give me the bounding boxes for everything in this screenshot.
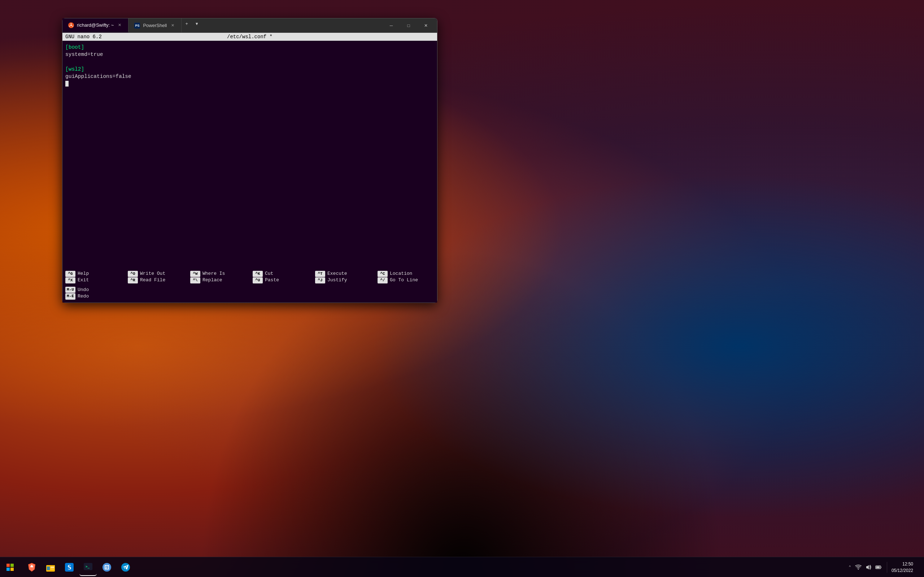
label-replace: Replace xyxy=(202,277,225,284)
location-goto-labels: Location Go To Line xyxy=(390,271,418,284)
tray-divider xyxy=(887,562,887,573)
systemd-text: systemd=true xyxy=(65,52,103,57)
cursor xyxy=(65,81,69,87)
key-ctrl-o: ^O xyxy=(128,271,138,277)
svg-point-2 xyxy=(71,23,71,24)
clock[interactable]: 12:50 05/12/2022 xyxy=(892,561,913,574)
tray-expand-button[interactable]: ^ xyxy=(848,564,851,570)
label-location: Location xyxy=(390,271,418,277)
line-gui: guiApplications=false xyxy=(65,73,434,80)
boot-header: [boot] xyxy=(65,44,84,50)
key-meta-u: M-U xyxy=(65,287,76,293)
label-read-file: Read File xyxy=(140,277,165,284)
taskbar-right: ^ xyxy=(848,560,924,574)
taskbar-terminal[interactable]: >_ xyxy=(79,559,97,576)
line-cursor xyxy=(65,80,434,87)
tab-ubuntu-label: richard@Swifty: ~ xyxy=(77,23,114,28)
taskbar-siyuan[interactable] xyxy=(98,559,115,576)
tab-dropdown-button[interactable]: ▾ xyxy=(192,18,202,29)
nano-header: GNU nano 6.2 /etc/wsl.conf * GNU nano 6.… xyxy=(63,33,437,41)
clock-time: 12:50 xyxy=(892,561,913,567)
taskbar: 𝕊 >_ xyxy=(0,557,924,577)
svg-text:>_: >_ xyxy=(86,565,89,568)
svg-point-1 xyxy=(70,24,72,26)
sound-tray-icon[interactable] xyxy=(864,563,872,571)
taskbar-telegram[interactable] xyxy=(117,559,134,576)
taskbar-explorer[interactable] xyxy=(42,559,59,576)
svg-point-21 xyxy=(858,568,859,569)
shortcut-cut-paste: ^K ^U Cut Paste xyxy=(250,269,312,285)
svg-text:𝕊: 𝕊 xyxy=(68,564,71,571)
tab-ubuntu[interactable]: richard@Swifty: ~ ✕ xyxy=(63,18,129,32)
label-exit: Exit xyxy=(78,277,89,284)
svg-rect-10 xyxy=(47,567,50,570)
minimize-button[interactable]: ─ xyxy=(383,18,399,33)
tab-powershell-label: PowerShell xyxy=(143,23,167,28)
key-ctrl-g: ^G xyxy=(65,271,76,277)
svg-rect-24 xyxy=(876,566,880,568)
nano-shortcuts: ^G ^X Help Exit ^O ^R Write Out Read Fil… xyxy=(63,268,437,303)
tab-ubuntu-close[interactable]: ✕ xyxy=(116,23,122,28)
start-button[interactable] xyxy=(0,557,20,577)
svg-rect-6 xyxy=(10,564,14,567)
maximize-button[interactable]: □ xyxy=(400,18,417,33)
terminal-window: richard@Swifty: ~ ✕ PS PowerShell ✕ + ▾ … xyxy=(62,18,438,303)
taskbar-store[interactable]: 𝕊 xyxy=(61,559,78,576)
powershell-icon: PS xyxy=(134,23,140,29)
label-execute: Execute xyxy=(327,271,347,277)
key-ctrl-c: ^C xyxy=(378,271,388,277)
key-ctrl-backslash: ^\ xyxy=(190,277,200,284)
label-help: Help xyxy=(78,271,89,277)
nano-editor: GNU nano 6.2 /etc/wsl.conf * GNU nano 6.… xyxy=(63,33,437,303)
svg-rect-7 xyxy=(6,567,10,571)
cut-paste-labels: Cut Paste xyxy=(265,271,279,284)
svg-rect-8 xyxy=(10,567,14,571)
label-write-out: Write Out xyxy=(140,271,165,277)
key-ctrl-t: ^T xyxy=(315,271,325,277)
shortcut-write-read: ^O ^R Write Out Read File xyxy=(125,269,187,285)
tab-powershell[interactable]: PS PowerShell ✕ xyxy=(129,18,181,32)
undo-redo-keys: M-U M-E xyxy=(65,287,76,300)
key-ctrl-u: ^U xyxy=(253,277,263,284)
svg-rect-5 xyxy=(6,564,10,567)
line-systemd: systemd=true xyxy=(65,51,434,58)
show-desktop-button[interactable] xyxy=(916,560,918,574)
execute-justify-keys: ^T ^J xyxy=(315,271,325,284)
nano-content[interactable]: [boot] systemd=true [wsl2] guiApplicatio… xyxy=(63,41,437,268)
window-controls: ─ □ ✕ xyxy=(383,18,437,33)
svg-point-3 xyxy=(72,26,73,26)
taskbar-brave[interactable] xyxy=(23,559,40,576)
label-justify: Justify xyxy=(327,277,347,284)
line-wsl2-section: [wsl2] xyxy=(65,66,434,73)
tab-group: richard@Swifty: ~ ✕ PS PowerShell ✕ + ▾ xyxy=(63,18,383,32)
label-redo: Redo xyxy=(78,293,89,300)
where-replace-keys: ^W ^\ xyxy=(190,271,200,284)
close-button[interactable]: ✕ xyxy=(418,18,434,33)
clock-date: 05/12/2022 xyxy=(892,567,913,574)
wsl2-header: [wsl2] xyxy=(65,66,84,72)
tray-icons xyxy=(855,563,882,571)
help-exit-labels: Help Exit xyxy=(78,271,89,284)
svg-rect-12 xyxy=(50,569,54,569)
svg-point-4 xyxy=(69,26,69,26)
nano-version: GNU nano 6.2 xyxy=(65,34,102,40)
shortcut-where-replace: ^W ^\ Where Is Replace xyxy=(187,269,250,285)
label-where-is: Where Is xyxy=(202,271,225,277)
location-goto-keys: ^C ^/ xyxy=(378,271,388,284)
key-ctrl-r: ^R xyxy=(128,277,138,284)
key-ctrl-k: ^K xyxy=(253,271,263,277)
execute-justify-labels: Execute Justify xyxy=(327,271,347,284)
taskbar-apps: 𝕊 >_ xyxy=(20,559,137,576)
line-boot-section: [boot] xyxy=(65,44,434,51)
ubuntu-icon xyxy=(68,23,74,28)
battery-tray-icon[interactable] xyxy=(874,563,882,571)
nano-filename: /etc/wsl.conf * xyxy=(227,34,273,40)
new-tab-button[interactable]: + xyxy=(181,18,192,29)
shortcut-help-exit: ^G ^X Help Exit xyxy=(63,269,125,285)
label-goto-line: Go To Line xyxy=(390,277,418,284)
shortcut-undo-redo: M-U M-E Undo Redo xyxy=(63,285,125,301)
tab-powershell-close[interactable]: ✕ xyxy=(170,23,175,29)
line-empty-1 xyxy=(65,58,434,66)
help-exit-keys: ^G ^X xyxy=(65,271,76,284)
network-tray-icon[interactable] xyxy=(855,563,862,571)
